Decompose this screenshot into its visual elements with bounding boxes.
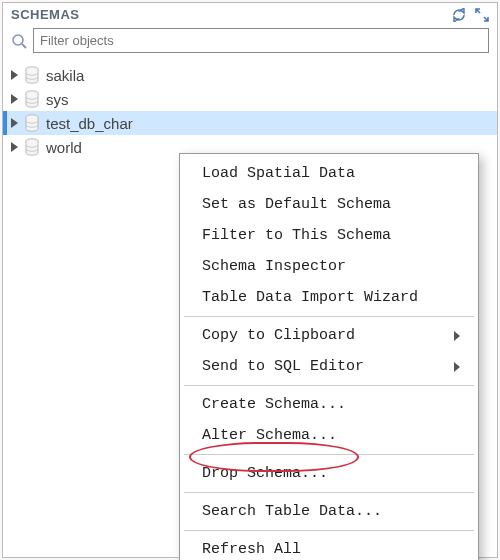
menu-item-label: Send to SQL Editor <box>202 358 364 375</box>
menu-drop-schema[interactable]: Drop Schema... <box>180 458 478 489</box>
menu-item-label: Schema Inspector <box>202 258 346 275</box>
menu-item-label: Search Table Data... <box>202 503 382 520</box>
menu-item-label: Drop Schema... <box>202 465 328 482</box>
schemas-panel: SCHEMAS <box>2 2 498 558</box>
schema-label: test_db_char <box>46 115 133 132</box>
database-icon <box>24 90 40 108</box>
menu-search-table-data[interactable]: Search Table Data... <box>180 496 478 527</box>
schema-label: sakila <box>46 67 84 84</box>
schema-label: world <box>46 139 82 156</box>
svg-point-0 <box>13 35 23 45</box>
menu-item-label: Load Spatial Data <box>202 165 355 182</box>
menu-item-label: Copy to Clipboard <box>202 327 355 344</box>
menu-load-spatial-data[interactable]: Load Spatial Data <box>180 158 478 189</box>
menu-refresh-all[interactable]: Refresh All <box>180 534 478 560</box>
database-icon <box>24 114 40 132</box>
menu-copy-to-clipboard[interactable]: Copy to Clipboard <box>180 320 478 351</box>
menu-item-label: Refresh All <box>202 541 301 558</box>
menu-separator <box>184 530 474 531</box>
expand-arrow-icon[interactable] <box>11 142 18 152</box>
refresh-icon[interactable] <box>451 8 467 22</box>
panel-header: SCHEMAS <box>3 3 497 26</box>
menu-alter-schema[interactable]: Alter Schema... <box>180 420 478 451</box>
menu-send-to-sql-editor[interactable]: Send to SQL Editor <box>180 351 478 382</box>
schema-tree: sakila sys <box>3 59 497 163</box>
submenu-arrow-icon <box>454 331 460 341</box>
menu-separator <box>184 385 474 386</box>
schema-item-sakila[interactable]: sakila <box>3 63 497 87</box>
menu-filter-to-schema[interactable]: Filter to This Schema <box>180 220 478 251</box>
menu-set-default-schema[interactable]: Set as Default Schema <box>180 189 478 220</box>
expand-arrow-icon[interactable] <box>11 118 18 128</box>
database-icon <box>24 138 40 156</box>
menu-separator <box>184 454 474 455</box>
svg-line-1 <box>22 44 26 48</box>
submenu-arrow-icon <box>454 362 460 372</box>
expand-arrow-icon[interactable] <box>11 70 18 80</box>
menu-item-label: Filter to This Schema <box>202 227 391 244</box>
menu-separator <box>184 492 474 493</box>
schema-item-sys[interactable]: sys <box>3 87 497 111</box>
expand-arrow-icon[interactable] <box>11 94 18 104</box>
database-icon <box>24 66 40 84</box>
schema-item-test-db-char[interactable]: test_db_char <box>3 111 497 135</box>
search-row <box>3 26 497 59</box>
filter-input[interactable] <box>33 28 489 53</box>
menu-item-label: Create Schema... <box>202 396 346 413</box>
search-icon <box>11 33 27 49</box>
context-menu: Load Spatial Data Set as Default Schema … <box>179 153 479 560</box>
menu-create-schema[interactable]: Create Schema... <box>180 389 478 420</box>
menu-item-label: Alter Schema... <box>202 427 337 444</box>
menu-separator <box>184 316 474 317</box>
header-icon-group <box>451 8 489 22</box>
schema-label: sys <box>46 91 69 108</box>
panel-title: SCHEMAS <box>11 7 80 22</box>
menu-item-label: Table Data Import Wizard <box>202 289 418 306</box>
menu-schema-inspector[interactable]: Schema Inspector <box>180 251 478 282</box>
menu-table-data-import[interactable]: Table Data Import Wizard <box>180 282 478 313</box>
expand-icon[interactable] <box>475 8 489 22</box>
menu-item-label: Set as Default Schema <box>202 196 391 213</box>
